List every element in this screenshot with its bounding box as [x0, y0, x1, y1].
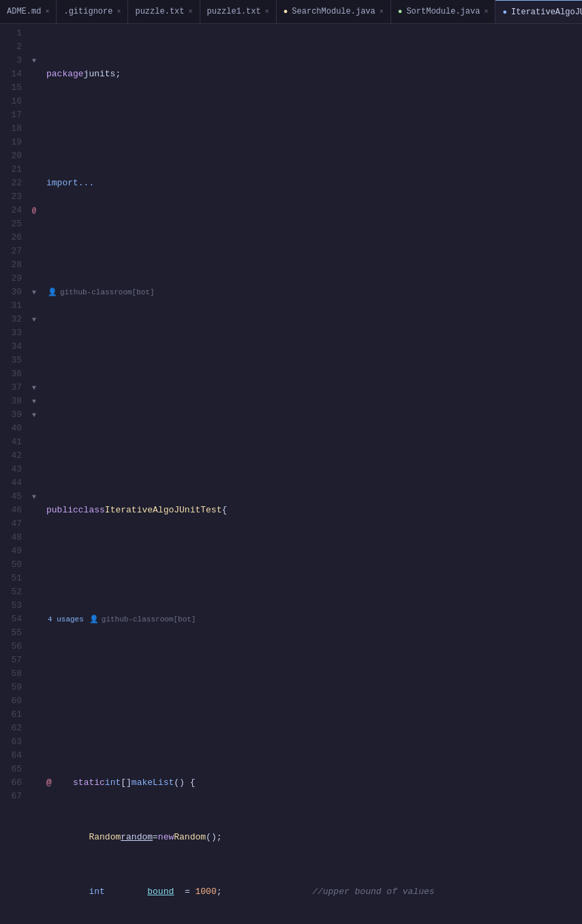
tab-sortmodule-label: SortModule.java: [406, 7, 480, 16]
gutter-39: [27, 544, 41, 558]
code-line-1: package junits;: [46, 67, 582, 81]
code-line-17: @ static int[] makeList() {: [46, 776, 582, 790]
gutter-blank9: [27, 449, 41, 463]
gutter-65: [27, 899, 41, 912]
gutter-24: [27, 299, 41, 313]
gutter-46: [27, 640, 41, 653]
gutter-blank7: [27, 190, 41, 204]
code-line-15: public class IterativeAlgoJUnitTest {: [46, 504, 582, 517]
gutter-49: [27, 681, 41, 694]
gutter-60: [27, 831, 41, 844]
gutter-35-fold[interactable]: ▼: [27, 490, 41, 504]
gutter-20: [27, 245, 41, 258]
tab-searchmodule-close[interactable]: ×: [380, 8, 384, 16]
gutter-14: [27, 81, 41, 95]
gutter-41: [27, 572, 41, 585]
tab-puzzle1[interactable]: puzzle1.txt ×: [200, 0, 277, 23]
gutter-18: [27, 217, 41, 231]
gutter-51: [27, 708, 41, 722]
tab-adme-label: ADME.md: [7, 7, 41, 16]
person-icon-usages: 👤: [89, 613, 99, 626]
code-line-blank6: [46, 722, 582, 735]
code-line-blank5: [46, 667, 582, 681]
usages-count: 4 usages: [48, 613, 84, 626]
gutter-57: [27, 790, 41, 803]
gutter-54: [27, 749, 41, 763]
gutter-42: [27, 585, 41, 599]
iterativealgo-icon: ●: [502, 8, 507, 16]
tab-adme-close[interactable]: ×: [45, 8, 49, 16]
gutter-34: [27, 476, 41, 490]
tab-puzzle[interactable]: puzzle.txt ×: [128, 0, 200, 23]
gutter-64: [27, 885, 41, 899]
author-usages: github-classroom[bot]: [102, 613, 196, 626]
gutter-37: [27, 517, 41, 531]
tab-searchmodule[interactable]: ● SearchModule.java ×: [277, 0, 391, 23]
code-line-18: Random random = new Random();: [46, 831, 582, 844]
tab-iterativealgo-label: IterativeAlgoJUnitTest.java: [511, 7, 582, 17]
tab-puzzle-label: puzzle.txt: [135, 7, 184, 16]
gutter-23-fold[interactable]: ▼: [27, 286, 41, 299]
gutter-44: [27, 613, 41, 626]
tab-gitignore-close[interactable]: ×: [117, 8, 121, 16]
gutter-blank1: [27, 67, 41, 81]
gutter-27: [27, 340, 41, 354]
gutter-55: [27, 763, 41, 776]
line-numbers: 1 2 3 14 15 16 17 18 19 20 21 22 23 24 2…: [0, 24, 27, 924]
gutter-36: [27, 504, 41, 517]
gutter-19: [27, 231, 41, 245]
gutter-28: [27, 354, 41, 367]
tab-puzzle-close[interactable]: ×: [188, 8, 192, 16]
gutter-21: [27, 258, 41, 272]
gutter-53: [27, 735, 41, 749]
editor-area: 1 2 3 14 15 16 17 18 19 20 21 22 23 24 2…: [0, 24, 582, 924]
tab-sortmodule[interactable]: ● SortModule.java ×: [391, 0, 496, 23]
gutter-blank5: [27, 163, 41, 176]
searchmodule-icon: ●: [284, 7, 288, 16]
gutter-3-fold[interactable]: ▼: [27, 54, 41, 67]
gutter-17-at: @: [27, 204, 41, 217]
gutter-blank4: [27, 122, 41, 136]
gutter-32-fold[interactable]: ▼: [27, 408, 41, 422]
gutter-29: [27, 367, 41, 381]
code-line-2: [46, 122, 582, 136]
gutter-25-fold[interactable]: ▼: [27, 313, 41, 326]
gutter-blank2: [27, 95, 41, 108]
gutter-blank10: [27, 463, 41, 476]
code-line-blank1: [46, 231, 582, 245]
tab-gitignore[interactable]: .gitignore ×: [57, 0, 128, 23]
gutter-22: [27, 272, 41, 286]
gutter-26: [27, 326, 41, 340]
tab-puzzle1-close[interactable]: ×: [265, 8, 269, 16]
gutter-40: [27, 558, 41, 572]
person-icon-14: 👤: [48, 286, 57, 299]
tab-iterativealgo[interactable]: ● IterativeAlgoJUnitTest.java ×: [495, 0, 582, 23]
gutter-blank8: [27, 435, 41, 449]
gutter: ▼ @ ▼ ▼: [27, 24, 41, 924]
gutter-31-fold[interactable]: ▼: [27, 395, 41, 408]
gutter-59: [27, 817, 41, 831]
code-line-blank4: [46, 449, 582, 463]
gutter-30-fold[interactable]: ▼: [27, 381, 41, 395]
gutter-38: [27, 531, 41, 544]
gutter-63: [27, 872, 41, 885]
code-line-19: int bound = 1000; //upper bound of value…: [46, 885, 582, 899]
gutter-43: [27, 599, 41, 613]
annotation-usages: 4 usages 👤 github-classroom[bot]: [46, 613, 582, 626]
tab-searchmodule-label: SearchModule.java: [292, 7, 375, 16]
gutter-blank3: [27, 108, 41, 122]
gutter-45: [27, 626, 41, 640]
gutter-52: [27, 722, 41, 735]
code-line-16: [46, 558, 582, 572]
code-line-blank3: [46, 395, 582, 408]
gutter-56: [27, 776, 41, 790]
tab-adme[interactable]: ADME.md ×: [0, 0, 57, 23]
tab-sortmodule-close[interactable]: ×: [484, 8, 488, 16]
gutter-blank6: [27, 176, 41, 190]
code-line-blank2: [46, 340, 582, 354]
annotation-14: 👤 github-classroom[bot]: [46, 286, 582, 299]
gutter-48: [27, 667, 41, 681]
sortmodule-icon: ●: [398, 7, 403, 16]
code-editor[interactable]: package junits; import ... 👤 github-clas…: [41, 24, 582, 924]
gutter-1: [27, 27, 41, 40]
